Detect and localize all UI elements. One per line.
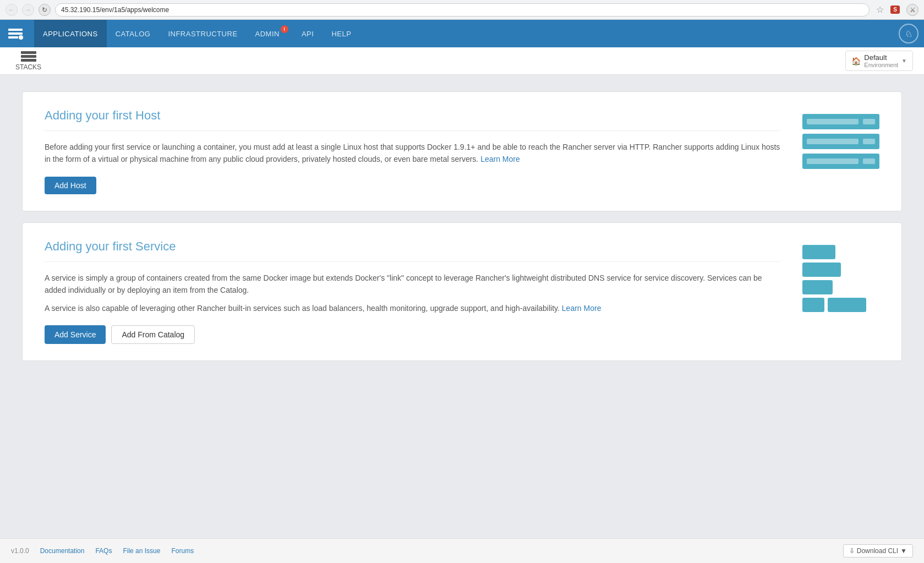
service-card-title: Adding your first Service: [45, 239, 780, 254]
version-label: v1.0.0: [11, 547, 29, 555]
nav-api[interactable]: API: [293, 20, 322, 47]
footer-left: v1.0.0 Documentation FAQs File an Issue …: [11, 547, 194, 555]
host-card-body: Adding your first Host Before adding you…: [45, 108, 780, 194]
footer: v1.0.0 Documentation FAQs File an Issue …: [0, 538, 924, 563]
download-cli-button[interactable]: ⇩ Download CLI ▼: [843, 544, 913, 557]
container-block: [802, 298, 824, 312]
stacks-label: STACKS: [15, 63, 41, 71]
house-icon: 🏠: [851, 57, 861, 65]
add-host-button[interactable]: Add Host: [45, 177, 96, 194]
env-name: Default: [864, 53, 898, 62]
service-card-description1: A service is simply a group of container…: [45, 272, 780, 297]
container-block: [802, 280, 833, 294]
svg-rect-2: [8, 36, 18, 39]
browser-chrome: ← → ↻ ☆ S ⚔: [0, 0, 924, 20]
user-avatar[interactable]: ♘: [899, 24, 918, 43]
svg-point-3: [19, 35, 23, 40]
subnav-left: STACKS: [11, 49, 46, 73]
footer-right: ⇩ Download CLI ▼: [843, 544, 913, 557]
forward-button[interactable]: →: [22, 4, 34, 16]
chevron-down-icon: ▼: [901, 58, 907, 64]
server-row-2: [802, 134, 879, 149]
host-card-actions: Add Host: [45, 177, 780, 194]
add-from-catalog-button[interactable]: Add From Catalog: [111, 325, 195, 344]
browser-extension: S: [890, 6, 900, 14]
url-bar[interactable]: [55, 3, 870, 17]
download-icon: ⇩: [849, 547, 855, 555]
nav-help[interactable]: HELP: [322, 20, 360, 47]
reload-button[interactable]: ↻: [39, 4, 51, 16]
service-card-divider: [45, 261, 780, 262]
subnav-right: 🏠 Default Environment ▼: [845, 51, 913, 71]
navbar: APPLICATIONS CATALOG INFRASTRUCTURE ADMI…: [0, 20, 924, 47]
container-block: [802, 263, 841, 277]
brand-logo[interactable]: [6, 24, 25, 43]
service-learn-more-link[interactable]: Learn More: [562, 304, 602, 313]
service-card: Adding your first Service A service is s…: [22, 222, 902, 361]
nav-admin[interactable]: ADMIN !: [247, 20, 293, 47]
service-container-row-1: [802, 245, 879, 259]
subnav: STACKS 🏠 Default Environment ▼: [0, 47, 924, 75]
browser-account[interactable]: ⚔: [906, 4, 918, 16]
service-container-row-3: [802, 280, 879, 294]
forums-link[interactable]: Forums: [171, 547, 194, 555]
app: APPLICATIONS CATALOG INFRASTRUCTURE ADMI…: [0, 20, 924, 563]
service-card-description2: A service is also capable of leveraging …: [45, 302, 780, 314]
server-row-1: [802, 114, 879, 129]
stacks-nav[interactable]: STACKS: [11, 49, 46, 73]
svg-rect-1: [8, 32, 23, 35]
server-row-3: [802, 154, 879, 169]
navbar-items: APPLICATIONS CATALOG INFRASTRUCTURE ADMI…: [34, 20, 899, 47]
env-info: Default Environment: [864, 53, 898, 68]
bookmark-icon[interactable]: ☆: [876, 4, 884, 15]
service-container-row-4: [802, 298, 879, 312]
service-card-body: Adding your first Service A service is s…: [45, 239, 780, 344]
svg-rect-6: [21, 59, 36, 62]
host-card-title: Adding your first Host: [45, 108, 780, 123]
host-illustration: [802, 114, 879, 169]
host-card-description: Before adding your first service or laun…: [45, 141, 780, 166]
svg-rect-0: [8, 29, 23, 31]
nav-applications[interactable]: APPLICATIONS: [34, 20, 107, 47]
service-illustration: [802, 245, 879, 312]
back-button[interactable]: ←: [6, 4, 18, 16]
main-content: Adding your first Host Before adding you…: [0, 75, 924, 538]
env-label: Environment: [864, 62, 898, 68]
service-card-actions: Add Service Add From Catalog: [45, 325, 780, 344]
host-learn-more-link[interactable]: Learn More: [480, 155, 520, 163]
admin-badge: !: [281, 25, 288, 33]
nav-catalog[interactable]: CATALOG: [107, 20, 160, 47]
navbar-right: ♘: [899, 24, 918, 43]
nav-infrastructure[interactable]: INFRASTRUCTURE: [159, 20, 246, 47]
container-block: [802, 245, 835, 259]
host-card: Adding your first Host Before adding you…: [22, 91, 902, 211]
chevron-down-icon: ▼: [900, 547, 907, 555]
environment-selector[interactable]: 🏠 Default Environment ▼: [845, 51, 913, 71]
svg-rect-5: [21, 55, 36, 58]
add-service-button[interactable]: Add Service: [45, 325, 106, 344]
documentation-link[interactable]: Documentation: [40, 547, 85, 555]
host-card-divider: [45, 130, 780, 131]
faqs-link[interactable]: FAQs: [95, 547, 112, 555]
file-issue-link[interactable]: File an Issue: [123, 547, 160, 555]
svg-rect-4: [21, 51, 36, 54]
download-cli-label: Download CLI: [857, 547, 898, 555]
container-block: [828, 298, 866, 312]
service-container-row-2: [802, 263, 879, 277]
